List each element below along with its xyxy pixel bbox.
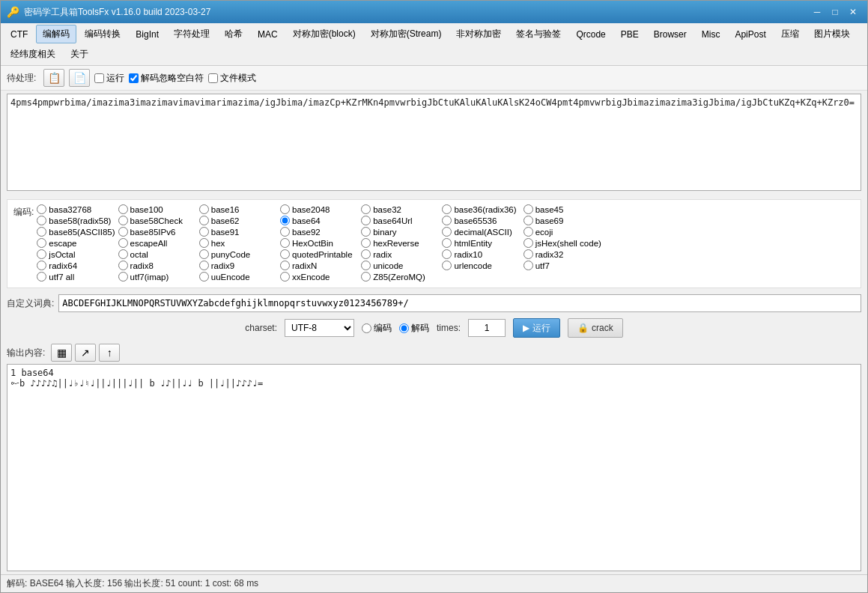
radio-escape[interactable] [37,238,46,248]
menu-item-encode-convert[interactable]: 编码转换 [78,25,127,43]
radio-label-z85[interactable]: Z85(ZeroMQ) [361,272,439,282]
radio-base92[interactable] [280,227,290,237]
radio-label-base85ascii85[interactable]: base85(ASCII85) [37,227,115,237]
radio-base64url[interactable] [361,216,371,225]
file-mode-check-label[interactable]: 文件模式 [208,72,256,85]
menu-item-browser[interactable]: Browser [647,26,694,43]
radio-base85ascii85[interactable] [37,227,46,237]
run-check-label[interactable]: 运行 [94,72,124,85]
radio-radix9[interactable] [199,261,209,270]
radio-urlencode[interactable] [442,261,452,270]
radio-z85[interactable] [361,272,371,282]
radio-label-decimal[interactable]: decimal(ASCII) [442,227,520,237]
radio-label-escape[interactable]: escape [37,238,115,248]
output-copy-button[interactable]: ↗ [75,344,96,362]
minimize-button[interactable]: ─ [809,4,825,19]
radio-radix64[interactable] [37,261,46,270]
crack-button[interactable]: 🔒 crack [568,318,623,338]
radio-label-binary[interactable]: binary [361,227,439,237]
radio-label-base32[interactable]: base32 [361,204,439,214]
menu-item-sign-verify[interactable]: 签名与验签 [509,25,568,43]
output-view-button[interactable]: ▦ [51,344,72,362]
radio-label-basa32768[interactable]: basa32768 [37,204,115,214]
custom-dict-input[interactable] [58,294,861,312]
radio-base36radix36[interactable] [442,204,452,214]
radio-label-hex[interactable]: hex [199,238,277,248]
radio-base16[interactable] [199,204,209,214]
encode-radio[interactable] [362,323,371,333]
menu-item-asym[interactable]: 非对称加密 [449,25,508,43]
encode-radio-label[interactable]: 编码 [362,322,392,335]
radio-label-utf7imap[interactable]: utf7(imap) [118,272,196,282]
menu-item-sym-stream[interactable]: 对称加密(Stream) [364,25,449,43]
input-textarea[interactable] [7,94,861,191]
radio-escapeall[interactable] [118,238,128,248]
radio-xxencode[interactable] [280,272,290,282]
radio-base32[interactable] [361,204,371,214]
decode-radio-label[interactable]: 解码 [399,322,429,335]
radio-htmlentity[interactable] [442,238,452,248]
radio-label-base85ipv6[interactable]: base85IPv6 [118,227,196,237]
menu-item-hash[interactable]: 哈希 [218,25,249,43]
radio-octal[interactable] [118,249,128,259]
radio-punycode[interactable] [199,249,209,259]
radio-label-escapeall[interactable]: escapeAll [118,238,196,248]
radio-utf7[interactable] [523,261,533,270]
radio-hexoctbin[interactable] [280,238,290,248]
menu-item-bigint[interactable]: BigInt [129,26,166,43]
times-input[interactable] [468,319,506,337]
radio-basa32768[interactable] [37,204,46,214]
radio-label-quotedprintable[interactable]: quotedPrintable [280,249,358,259]
radio-base65536[interactable] [442,216,452,225]
copy-button[interactable]: 📄 [69,69,90,87]
radio-radixn[interactable] [280,261,290,270]
menu-item-qrcode[interactable]: Qrcode [569,26,612,43]
radio-label-base62[interactable]: base62 [199,216,277,225]
radio-label-base36radix36[interactable]: base36(radix36) [442,204,520,214]
radio-base69[interactable] [523,216,533,225]
radio-label-base69[interactable]: base69 [523,216,601,225]
radio-label-base16[interactable]: base16 [199,204,277,214]
output-upload-button[interactable]: ↑ [99,344,120,362]
radio-label-punycode[interactable]: punyCode [199,249,277,259]
charset-select[interactable]: UTF-8GBKGB2312ISO-8859-1UTF-16 [285,319,354,337]
radio-label-radix[interactable]: radix [361,249,439,259]
radio-label-radix8[interactable]: radix8 [118,261,196,270]
menu-item-decode[interactable]: 编解码 [36,25,76,43]
radio-label-radix9[interactable]: radix9 [199,261,277,270]
radio-jsoctal[interactable] [37,249,46,259]
radio-unicode[interactable] [361,261,371,270]
radio-label-hexreverse[interactable]: hexReverse [361,238,439,248]
decode-radio[interactable] [399,323,409,333]
menu-item-pbe[interactable]: PBE [614,26,646,43]
radio-radix10[interactable] [442,249,452,259]
radio-base2048[interactable] [280,204,290,214]
radio-label-octal[interactable]: octal [118,249,196,259]
radio-base62[interactable] [199,216,209,225]
menu-item-mac[interactable]: MAC [251,26,285,43]
radio-label-xxencode[interactable]: xxEncode [280,272,358,282]
radio-label-hexoctbin[interactable]: HexOctBin [280,238,358,248]
output-textarea[interactable] [7,364,861,571]
radio-label-base58check[interactable]: base58Check [118,216,196,225]
radio-label-base64[interactable]: base64 [280,216,358,225]
radio-label-base91[interactable]: base91 [199,227,277,237]
menu-item-misc[interactable]: Misc [695,26,727,43]
radio-label-radix32[interactable]: radix32 [523,249,601,259]
radio-radix8[interactable] [118,261,128,270]
run-checkbox[interactable] [94,73,104,83]
radio-label-base45[interactable]: base45 [523,204,601,214]
radio-decimal[interactable] [442,227,452,237]
radio-radix32[interactable] [523,249,533,259]
radio-label-radix64[interactable]: radix64 [37,261,115,270]
radio-base58radix58[interactable] [37,216,46,225]
radio-base100[interactable] [118,204,128,214]
menu-item-char-process[interactable]: 字符处理 [167,25,216,43]
radio-label-base2048[interactable]: base2048 [280,204,358,214]
ignore-space-checkbox[interactable] [129,73,139,83]
radio-label-base58radix58[interactable]: base58(radix58) [37,216,115,225]
radio-label-urlencode[interactable]: urlencode [442,261,520,270]
radio-hexreverse[interactable] [361,238,371,248]
radio-base45[interactable] [523,204,533,214]
radio-label-base92[interactable]: base92 [280,227,358,237]
